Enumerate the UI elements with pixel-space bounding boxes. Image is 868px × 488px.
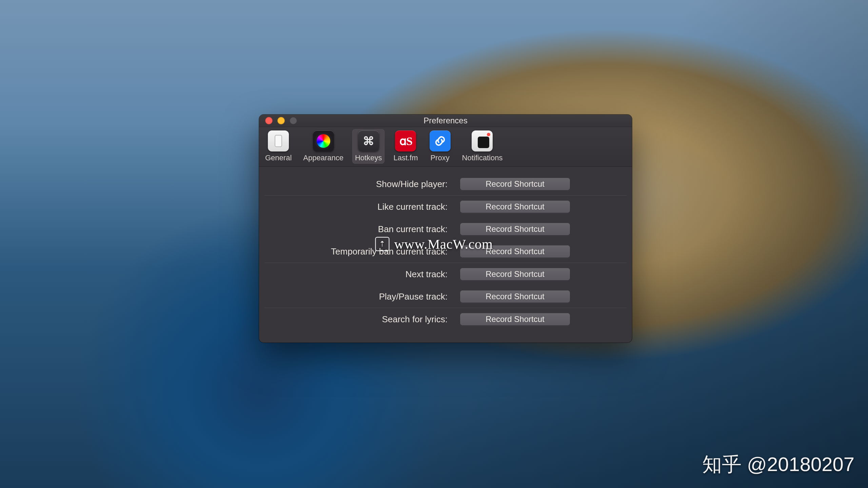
appearance-icon <box>313 130 334 151</box>
zoom-icon[interactable] <box>290 117 297 124</box>
hotkey-label: Next track: <box>264 269 460 280</box>
record-shortcut-button[interactable]: Record Shortcut <box>460 290 570 303</box>
record-shortcut-button[interactable]: Record Shortcut <box>460 313 570 326</box>
tab-hotkeys[interactable]: ⌘ Hotkeys <box>352 129 384 164</box>
record-shortcut-button[interactable]: Record Shortcut <box>460 245 570 258</box>
preferences-toolbar: General Appearance ⌘ Hotkeys ɑS Last.fm … <box>259 127 632 167</box>
window-controls <box>265 117 297 124</box>
tab-proxy[interactable]: Proxy <box>427 129 453 164</box>
hotkey-row-temp-ban-track: Temporarily ban current track: Record Sh… <box>264 240 627 263</box>
tab-label: Proxy <box>430 154 449 162</box>
hotkeys-section: Search for lyrics: Record Shortcut <box>264 308 627 330</box>
tab-label: Appearance <box>303 154 343 162</box>
record-shortcut-button[interactable]: Record Shortcut <box>460 200 570 213</box>
tab-label: Notifications <box>462 154 503 162</box>
window-title: Preferences <box>259 116 632 125</box>
tab-label: Hotkeys <box>355 154 382 162</box>
record-shortcut-button[interactable]: Record Shortcut <box>460 178 570 190</box>
tab-label: Last.fm <box>393 154 418 162</box>
tab-label: General <box>265 154 292 162</box>
record-shortcut-button[interactable]: Record Shortcut <box>460 223 570 236</box>
hotkeys-section: Like current track: Record Shortcut Ban … <box>264 195 627 263</box>
hotkey-label: Show/Hide player: <box>264 179 460 189</box>
tab-notifications[interactable]: Notifications <box>459 129 506 164</box>
hotkeys-section: Next track: Record Shortcut Play/Pause t… <box>264 263 627 308</box>
hotkey-label: Like current track: <box>264 202 460 212</box>
general-icon <box>268 130 289 151</box>
titlebar[interactable]: Preferences <box>259 115 632 127</box>
lastfm-icon: ɑS <box>395 130 416 151</box>
preferences-window: Preferences General Appearance ⌘ Hotkeys… <box>259 115 632 343</box>
hotkey-row-like-track: Like current track: Record Shortcut <box>264 196 627 218</box>
hotkey-row-next-track: Next track: Record Shortcut <box>264 263 627 285</box>
hotkey-label: Temporarily ban current track: <box>264 246 460 257</box>
hotkey-row-play-pause: Play/Pause track: Record Shortcut <box>264 285 627 308</box>
close-icon[interactable] <box>265 117 273 124</box>
hotkeys-pane: Show/Hide player: Record Shortcut Like c… <box>259 167 632 343</box>
record-shortcut-button[interactable]: Record Shortcut <box>460 268 570 281</box>
minimize-icon[interactable] <box>277 117 285 124</box>
hotkey-label: Play/Pause track: <box>264 291 460 302</box>
tab-general[interactable]: General <box>262 129 294 164</box>
hotkey-row-show-hide-player: Show/Hide player: Record Shortcut <box>264 173 627 195</box>
proxy-icon <box>430 130 451 151</box>
hotkeys-icon: ⌘ <box>358 130 379 151</box>
hotkey-row-ban-track: Ban current track: Record Shortcut <box>264 218 627 240</box>
hotkey-label: Search for lyrics: <box>264 314 460 325</box>
tab-lastfm[interactable]: ɑS Last.fm <box>391 129 420 164</box>
hotkeys-section: Show/Hide player: Record Shortcut <box>264 173 627 195</box>
tab-appearance[interactable]: Appearance <box>300 129 346 164</box>
hotkey-label: Ban current track: <box>264 224 460 235</box>
notifications-icon <box>472 130 493 151</box>
hotkey-row-search-lyrics: Search for lyrics: Record Shortcut <box>264 308 627 330</box>
